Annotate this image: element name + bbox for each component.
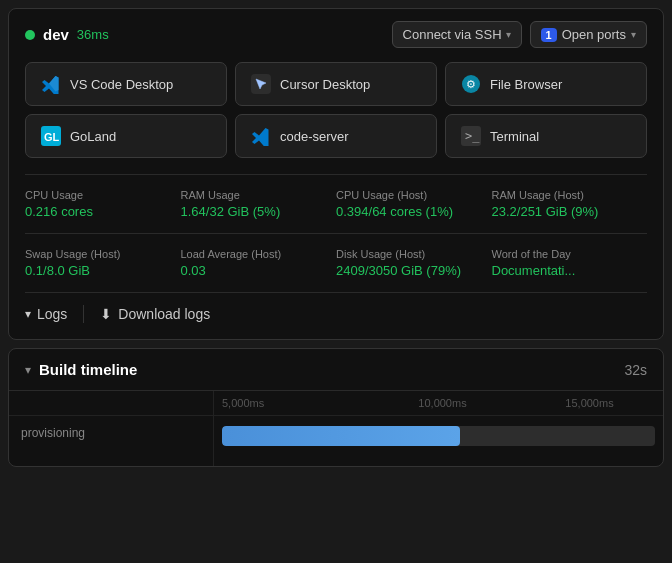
vscode-label: VS Code Desktop (70, 77, 173, 92)
stat-ram-label: RAM Usage (181, 189, 329, 201)
logs-toggle-button[interactable]: ▾ Logs (25, 306, 83, 322)
build-title-group: ▾ Build timeline (25, 361, 137, 378)
file-browser-label: File Browser (490, 77, 562, 92)
logs-toggle-label: Logs (37, 306, 67, 322)
collapse-icon: ▾ (25, 307, 31, 321)
timeline-bar-area (214, 416, 663, 466)
goland-label: GoLand (70, 129, 116, 144)
provisioning-bar-fill (222, 426, 460, 446)
download-logs-button[interactable]: ⬇ Download logs (100, 306, 210, 322)
port-count-badge: 1 (541, 28, 557, 42)
header-row: dev 36ms Connect via SSH ▾ 1 Open ports … (25, 21, 647, 48)
build-timeline-header: ▾ Build timeline 32s (9, 349, 663, 391)
stat-swap-value: 0.1/8.0 GiB (25, 263, 173, 278)
stat-cpu-usage: CPU Usage 0.216 cores (25, 189, 181, 219)
svg-text:>_: >_ (465, 129, 480, 143)
stat-cpu-value: 0.216 cores (25, 204, 173, 219)
cursor-button[interactable]: Cursor Desktop (235, 62, 437, 106)
code-server-label: code-server (280, 129, 349, 144)
vscode-icon (40, 73, 62, 95)
logs-row: ▾ Logs ⬇ Download logs (25, 292, 647, 323)
stat-word-value: Documentati... (492, 263, 640, 278)
status-dot (25, 30, 35, 40)
stat-disk-value: 2409/3050 GiB (79%) (336, 263, 484, 278)
stat-ram-host: RAM Usage (Host) 23.2/251 GiB (9%) (492, 189, 648, 219)
stat-disk: Disk Usage (Host) 2409/3050 GiB (79%) (336, 248, 492, 278)
build-timeline-title: Build timeline (39, 361, 137, 378)
stat-cpu-host-label: CPU Usage (Host) (336, 189, 484, 201)
build-duration: 32s (624, 362, 647, 378)
code-server-icon (250, 125, 272, 147)
stat-ram-host-value: 23.2/251 GiB (9%) (492, 204, 640, 219)
connect-ssh-button[interactable]: Connect via SSH ▾ (392, 21, 522, 48)
goland-icon: GL (40, 125, 62, 147)
download-logs-label: Download logs (118, 306, 210, 322)
stat-word: Word of the Day Documentati... (492, 248, 648, 278)
download-icon: ⬇ (100, 306, 112, 322)
timeline-label-col (9, 391, 214, 415)
stat-cpu-host-value: 0.394/64 cores (1%) (336, 204, 484, 219)
stat-swap-label: Swap Usage (Host) (25, 248, 173, 260)
stats-row-2: Swap Usage (Host) 0.1/8.0 GiB Load Avera… (25, 233, 647, 278)
file-browser-button[interactable]: ⚙ File Browser (445, 62, 647, 106)
workspace-panel: dev 36ms Connect via SSH ▾ 1 Open ports … (8, 8, 664, 340)
terminal-button[interactable]: >_ Terminal (445, 114, 647, 158)
build-timeline-panel: ▾ Build timeline 32s 5,000ms 10,000ms 15… (8, 348, 664, 467)
stat-load-value: 0.03 (181, 263, 329, 278)
chevron-down-icon: ▾ (506, 29, 511, 40)
stat-load-label: Load Average (Host) (181, 248, 329, 260)
workspace-name: dev (43, 26, 69, 43)
code-server-button[interactable]: code-server (235, 114, 437, 158)
workspace-identity: dev 36ms (25, 26, 109, 43)
stats-row-1: CPU Usage 0.216 cores RAM Usage 1.64/32 … (25, 174, 647, 219)
latency-badge: 36ms (77, 27, 109, 42)
tick-15000: 15,000ms (516, 397, 663, 409)
timeline-body: provisioning (9, 416, 663, 466)
tick-5000: 5,000ms (214, 397, 369, 409)
goland-button[interactable]: GL GoLand (25, 114, 227, 158)
header-actions: Connect via SSH ▾ 1 Open ports ▾ (392, 21, 647, 48)
stat-cpu-label: CPU Usage (25, 189, 173, 201)
timeline-provisioning-label: provisioning (9, 416, 214, 466)
timeline-tick-header: 5,000ms 10,000ms 15,000ms (9, 391, 663, 416)
stat-swap: Swap Usage (Host) 0.1/8.0 GiB (25, 248, 181, 278)
tick-10000: 10,000ms (369, 397, 516, 409)
stat-word-label: Word of the Day (492, 248, 640, 260)
svg-text:⚙: ⚙ (466, 78, 476, 90)
file-browser-icon: ⚙ (460, 73, 482, 95)
cursor-icon (250, 73, 272, 95)
collapse-timeline-button[interactable]: ▾ (25, 363, 31, 377)
open-ports-button[interactable]: 1 Open ports ▾ (530, 21, 647, 48)
vscode-button[interactable]: VS Code Desktop (25, 62, 227, 106)
stat-ram-value: 1.64/32 GiB (5%) (181, 204, 329, 219)
cursor-label: Cursor Desktop (280, 77, 370, 92)
svg-text:GL: GL (44, 131, 60, 143)
terminal-icon: >_ (460, 125, 482, 147)
terminal-label: Terminal (490, 129, 539, 144)
logs-divider (83, 305, 84, 323)
stat-ram-usage: RAM Usage 1.64/32 GiB (5%) (181, 189, 337, 219)
connect-ssh-label: Connect via SSH (403, 27, 502, 42)
app-buttons-row1: VS Code Desktop Cursor Desktop ⚙ File Br… (25, 62, 647, 106)
stat-cpu-host: CPU Usage (Host) 0.394/64 cores (1%) (336, 189, 492, 219)
timeline-area: 5,000ms 10,000ms 15,000ms provisioning (9, 391, 663, 466)
provisioning-bar-track (222, 426, 655, 446)
open-ports-label: Open ports (562, 27, 626, 42)
app-buttons-row2: GL GoLand code-server >_ Terminal (25, 114, 647, 158)
chevron-down-icon-2: ▾ (631, 29, 636, 40)
timeline-ticks: 5,000ms 10,000ms 15,000ms (214, 391, 663, 415)
stat-disk-label: Disk Usage (Host) (336, 248, 484, 260)
stat-ram-host-label: RAM Usage (Host) (492, 189, 640, 201)
stat-load: Load Average (Host) 0.03 (181, 248, 337, 278)
